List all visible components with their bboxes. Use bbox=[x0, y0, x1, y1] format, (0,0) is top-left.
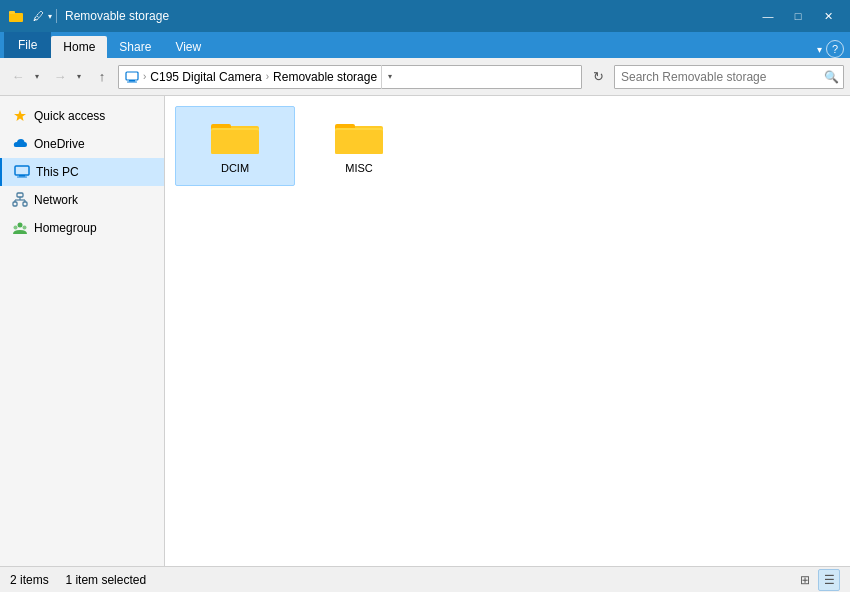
network-icon bbox=[12, 192, 28, 208]
search-icon[interactable]: 🔍 bbox=[819, 65, 843, 89]
title-bar: 🖊 ▾ Removable storage — □ ✕ bbox=[0, 0, 850, 32]
nav-group-back: ← ▾ bbox=[6, 65, 44, 89]
search-input[interactable] bbox=[615, 70, 819, 84]
quickaccess-icon bbox=[12, 108, 28, 124]
status-text: 2 items 1 item selected bbox=[10, 573, 146, 587]
close-button[interactable]: ✕ bbox=[814, 6, 842, 26]
properties-icon[interactable]: 🖊 bbox=[30, 8, 46, 24]
folder-name-misc: MISC bbox=[345, 162, 373, 175]
sidebar-label-quickaccess: Quick access bbox=[34, 109, 105, 123]
nav-group-forward: → ▾ bbox=[48, 65, 86, 89]
title-bar-controls: — □ ✕ bbox=[754, 6, 842, 26]
folder-name-dcim: DCIM bbox=[221, 162, 249, 175]
ribbon-collapse-arrow[interactable]: ▾ bbox=[817, 44, 822, 55]
status-bar: 2 items 1 item selected ⊞ ☰ bbox=[0, 566, 850, 592]
svg-rect-4 bbox=[127, 81, 137, 82]
svg-rect-1 bbox=[9, 11, 15, 14]
sidebar: Quick access OneDrive This PC bbox=[0, 96, 165, 566]
content-area: DCIM MISC bbox=[165, 96, 850, 566]
sidebar-label-onedrive: OneDrive bbox=[34, 137, 85, 151]
status-views: ⊞ ☰ bbox=[794, 569, 840, 591]
folder-item-misc[interactable]: MISC bbox=[299, 106, 419, 186]
svg-rect-0 bbox=[9, 13, 23, 22]
svg-rect-6 bbox=[15, 166, 29, 175]
folder-icon-dcim bbox=[209, 116, 261, 158]
back-button[interactable]: ← bbox=[6, 65, 30, 89]
svg-rect-11 bbox=[23, 202, 27, 206]
status-separator bbox=[52, 573, 62, 587]
forward-dropdown[interactable]: ▾ bbox=[72, 65, 86, 89]
refresh-button[interactable]: ↻ bbox=[586, 65, 610, 89]
sidebar-label-thispc: This PC bbox=[36, 165, 79, 179]
svg-rect-9 bbox=[17, 193, 23, 197]
svg-point-16 bbox=[18, 223, 23, 228]
back-dropdown[interactable]: ▾ bbox=[30, 65, 44, 89]
this-pc-icon bbox=[125, 70, 139, 84]
sidebar-item-onedrive[interactable]: OneDrive bbox=[0, 130, 164, 158]
item-count: 2 items bbox=[10, 573, 49, 587]
title-bar-left: 🖊 ▾ Removable storage bbox=[8, 8, 169, 24]
svg-rect-10 bbox=[13, 202, 17, 206]
sidebar-item-thispc[interactable]: This PC bbox=[0, 158, 164, 186]
ribbon-tabs: File Home Share View ▾ ? bbox=[0, 32, 850, 58]
svg-rect-26 bbox=[335, 130, 383, 154]
svg-point-17 bbox=[14, 226, 18, 230]
toolbar-dropdown-arrow[interactable]: ▾ bbox=[48, 12, 52, 21]
homegroup-icon bbox=[12, 220, 28, 236]
forward-button[interactable]: → bbox=[48, 65, 72, 89]
tab-home[interactable]: Home bbox=[51, 36, 107, 58]
folder-icon-misc bbox=[333, 116, 385, 158]
svg-rect-8 bbox=[17, 177, 27, 178]
up-button[interactable]: ↑ bbox=[90, 65, 114, 89]
toolbar-separator bbox=[56, 9, 57, 23]
main-area: Quick access OneDrive This PC bbox=[0, 96, 850, 566]
address-dropdown[interactable]: ▾ bbox=[381, 65, 397, 89]
sidebar-label-network: Network bbox=[34, 193, 78, 207]
address-segment-removable[interactable]: Removable storage bbox=[271, 67, 379, 87]
sidebar-item-quickaccess[interactable]: Quick access bbox=[0, 102, 164, 130]
toolbar: ← ▾ → ▾ ↑ › C195 Digital Camera › Remova… bbox=[0, 58, 850, 96]
address-sep-2: › bbox=[266, 71, 269, 82]
selection-status: 1 item selected bbox=[65, 573, 146, 587]
svg-rect-7 bbox=[19, 175, 25, 177]
folder-item-dcim[interactable]: DCIM bbox=[175, 106, 295, 186]
folder-grid: DCIM MISC bbox=[175, 106, 840, 186]
sidebar-label-homegroup: Homegroup bbox=[34, 221, 97, 235]
minimize-button[interactable]: — bbox=[754, 6, 782, 26]
view-list-button[interactable]: ☰ bbox=[818, 569, 840, 591]
thispc-icon bbox=[14, 164, 30, 180]
svg-rect-22 bbox=[211, 130, 259, 154]
sidebar-item-homegroup[interactable]: Homegroup bbox=[0, 214, 164, 242]
sidebar-item-network[interactable]: Network bbox=[0, 186, 164, 214]
address-sep-1: › bbox=[143, 71, 146, 82]
address-bar[interactable]: › C195 Digital Camera › Removable storag… bbox=[118, 65, 582, 89]
svg-rect-3 bbox=[129, 80, 135, 82]
svg-marker-5 bbox=[14, 110, 26, 121]
onedrive-icon bbox=[12, 136, 28, 152]
title-bar-folder-icon bbox=[8, 8, 24, 24]
ribbon-end: ▾ ? bbox=[817, 40, 850, 58]
svg-rect-2 bbox=[126, 72, 138, 80]
address-segment-camera[interactable]: C195 Digital Camera bbox=[148, 67, 263, 87]
tab-share[interactable]: Share bbox=[107, 36, 163, 58]
address-segment-thispc[interactable] bbox=[123, 67, 141, 87]
ribbon-help-button[interactable]: ? bbox=[826, 40, 844, 58]
search-box[interactable]: 🔍 bbox=[614, 65, 844, 89]
view-grid-button[interactable]: ⊞ bbox=[794, 569, 816, 591]
svg-point-18 bbox=[23, 226, 27, 230]
file-tab[interactable]: File bbox=[4, 32, 51, 58]
tab-view[interactable]: View bbox=[163, 36, 213, 58]
quick-access-toolbar: 🖊 ▾ bbox=[30, 8, 59, 24]
title-bar-title: Removable storage bbox=[65, 9, 169, 23]
maximize-button[interactable]: □ bbox=[784, 6, 812, 26]
